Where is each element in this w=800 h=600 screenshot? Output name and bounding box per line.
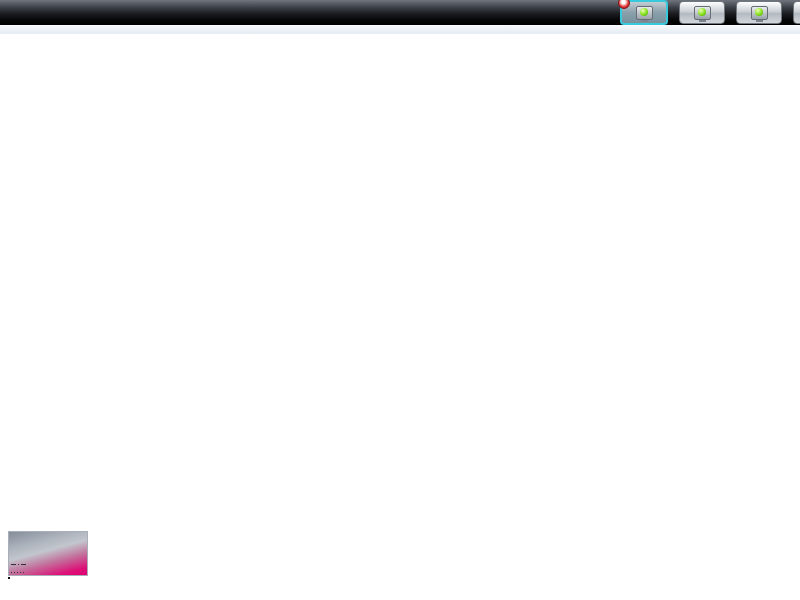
display-button[interactable] [679,1,725,24]
graticule [13,34,790,483]
channel-offset [9,552,87,560]
dashdot-line-icon [11,564,26,565]
channel-lower-level [9,568,87,576]
toolbar [620,1,800,24]
channel-descriptor-c2[interactable] [8,531,88,576]
display-icon [636,6,653,20]
channel-scale [9,544,87,552]
channel-upper-level [9,560,87,568]
monitor-stand-icon [641,20,648,22]
channel-zero-marker-c2[interactable] [0,248,14,260]
display-icon [694,6,711,20]
green-orb-icon [698,8,706,16]
lecroy-logo [8,577,10,579]
partial-toolbar-button[interactable] [793,1,800,24]
menu-bar [0,0,800,25]
display-icon [751,6,768,20]
menu-divider-strip [0,25,800,34]
green-orb-icon [755,8,763,16]
history-display-button[interactable] [620,0,668,25]
oscilloscope-screen [0,0,800,600]
monitor-stand-icon [699,20,706,22]
waveform-display[interactable] [13,34,790,483]
clock-icon [618,0,630,9]
dotted-line-icon [11,572,26,573]
monitor-stand-icon [756,20,763,22]
green-orb-icon [640,8,648,16]
display-1-button[interactable] [736,1,782,24]
channel-box-header [9,532,87,544]
